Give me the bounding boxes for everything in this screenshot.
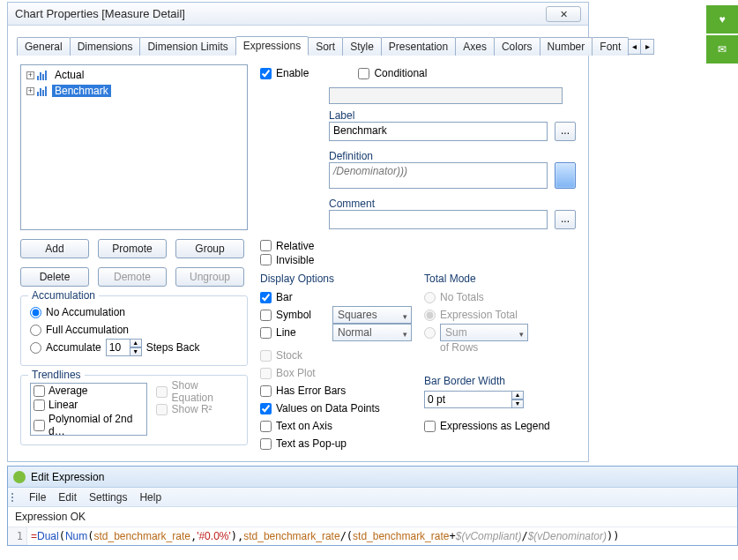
checkbox-input[interactable] — [260, 292, 272, 303]
spin-up-icon[interactable]: ▲ — [130, 339, 142, 347]
expression-tree[interactable]: + Actual + Benchmark — [20, 64, 248, 230]
radio-input[interactable] — [30, 307, 41, 318]
checkbox-input[interactable] — [260, 254, 272, 265]
show-equation-checkbox[interactable]: Show Equation — [156, 383, 238, 400]
checkbox-input[interactable] — [34, 385, 45, 397]
values-on-points-checkbox[interactable]: Values on Data Points — [260, 399, 412, 417]
code-line[interactable]: =Dual(Num(std_benchmark_rate,'#0.0%'),st… — [27, 527, 622, 545]
stock-checkbox[interactable]: Stock — [260, 347, 412, 364]
tab-sort[interactable]: Sort — [308, 37, 343, 56]
symbol-checkbox[interactable] — [260, 310, 272, 321]
checkbox-input[interactable] — [260, 385, 272, 397]
close-button[interactable]: ✕ — [546, 6, 581, 22]
grip-icon[interactable] — [11, 493, 13, 502]
radio-sum[interactable] — [424, 327, 436, 339]
tab-colors[interactable]: Colors — [494, 37, 540, 56]
spin-down-icon[interactable]: ▼ — [511, 399, 524, 408]
menu-edit[interactable]: Edit — [58, 491, 77, 504]
checkbox-input[interactable] — [260, 350, 272, 362]
expressions-as-legend-checkbox[interactable]: Expressions as Legend — [424, 417, 576, 435]
conditional-checkbox[interactable]: Conditional — [358, 64, 427, 82]
radio-input[interactable] — [424, 292, 436, 303]
definition-edit-button[interactable] — [555, 162, 576, 189]
list-item[interactable]: Linear — [31, 398, 146, 412]
menu-settings[interactable]: Settings — [89, 491, 127, 504]
conditional-field[interactable] — [329, 87, 563, 104]
checkbox-input[interactable] — [424, 421, 436, 432]
bar-border-spinner[interactable]: ▲▼ — [424, 391, 524, 408]
menu-help[interactable]: Help — [139, 491, 161, 504]
checkbox-input[interactable] — [260, 421, 272, 432]
trendlines-list[interactable]: Average Linear Polynomial of 2nd d… — [30, 383, 147, 436]
enable-checkbox[interactable]: Enable — [260, 64, 309, 82]
label-browse-button[interactable]: ... — [555, 122, 576, 141]
comment-browse-button[interactable]: ... — [555, 210, 576, 229]
label-field[interactable]: Benchmark — [329, 122, 548, 141]
invisible-checkbox[interactable]: Invisible — [260, 253, 576, 267]
bar-checkbox[interactable]: Bar — [260, 288, 412, 306]
checkbox-input[interactable] — [260, 438, 272, 450]
steps-back-input[interactable] — [106, 339, 130, 356]
menu-file[interactable]: File — [29, 491, 46, 504]
expand-icon[interactable]: + — [26, 71, 34, 79]
radio-input[interactable] — [30, 325, 41, 336]
list-item[interactable]: Polynomial of 2nd d… — [31, 412, 146, 436]
line-checkbox[interactable] — [260, 327, 272, 339]
checkbox-input[interactable] — [260, 68, 272, 79]
group-button[interactable]: Group — [175, 239, 244, 258]
list-item[interactable]: Average — [31, 384, 146, 398]
ungroup-button[interactable]: Ungroup — [175, 267, 244, 287]
steps-back-spinner[interactable]: ▲▼ — [106, 339, 142, 356]
radio-accumulate[interactable] — [30, 342, 41, 354]
checkbox-input[interactable] — [260, 240, 272, 251]
mail-button[interactable]: ✉ — [706, 35, 738, 65]
tab-presentation[interactable]: Presentation — [381, 37, 456, 56]
spin-down-icon[interactable]: ▼ — [130, 347, 142, 356]
tab-scroll-right[interactable]: ▸ — [640, 39, 654, 55]
checkbox-input[interactable] — [156, 404, 168, 415]
tree-item-benchmark[interactable]: + Benchmark — [23, 83, 245, 99]
checkbox-input[interactable] — [260, 368, 272, 379]
error-bars-checkbox[interactable]: Has Error Bars — [260, 382, 412, 399]
tab-dimension-limits[interactable]: Dimension Limits — [139, 37, 235, 56]
favorite-button[interactable]: ♥ — [706, 5, 738, 35]
checkbox-input[interactable] — [156, 386, 168, 398]
tab-number[interactable]: Number — [540, 37, 593, 56]
checkbox-input[interactable] — [34, 399, 45, 411]
expression-editor[interactable]: 1 =Dual(Num(std_benchmark_rate,'#0.0%'),… — [8, 527, 737, 545]
spin-up-icon[interactable]: ▲ — [511, 391, 524, 399]
tab-scroll-left[interactable]: ◂ — [627, 39, 641, 55]
line-combo[interactable]: Normal — [332, 324, 412, 341]
add-button[interactable]: Add — [20, 239, 89, 258]
checkbox-input[interactable] — [358, 68, 369, 79]
relative-checkbox[interactable]: Relative — [260, 239, 576, 253]
comment-field[interactable] — [329, 210, 548, 229]
text-as-popup-checkbox[interactable]: Text as Pop-up — [260, 435, 412, 452]
demote-button[interactable]: Demote — [98, 267, 167, 287]
total-function-combo[interactable]: Sum — [440, 324, 528, 341]
bar-border-input[interactable] — [424, 391, 512, 408]
expand-icon[interactable]: + — [26, 87, 34, 95]
dialog-titlebar[interactable]: Chart Properties [Measure Detail] ✕ — [8, 3, 588, 26]
definition-field[interactable]: /Denominator))) — [329, 162, 548, 189]
radio-no-totals[interactable]: No Totals — [424, 288, 576, 306]
tab-style[interactable]: Style — [342, 37, 382, 56]
tab-general[interactable]: General — [17, 37, 71, 56]
radio-no-accumulation[interactable]: No Accumulation — [30, 303, 238, 321]
checkbox-input[interactable] — [34, 420, 45, 431]
symbol-combo[interactable]: Squares Filled — [332, 306, 412, 324]
promote-button[interactable]: Promote — [98, 239, 167, 258]
edit-expression-titlebar[interactable]: Edit Expression — [8, 467, 737, 488]
radio-input[interactable] — [424, 310, 436, 321]
radio-expression-total[interactable]: Expression Total — [424, 306, 576, 324]
tab-axes[interactable]: Axes — [455, 37, 495, 56]
text-on-axis-checkbox[interactable]: Text on Axis — [260, 417, 412, 435]
tab-expressions[interactable]: Expressions — [235, 36, 309, 56]
tab-font[interactable]: Font — [592, 37, 629, 56]
radio-full-accumulation[interactable]: Full Accumulation — [30, 321, 238, 339]
tree-item-actual[interactable]: + Actual — [23, 67, 245, 83]
boxplot-checkbox[interactable]: Box Plot — [260, 364, 412, 382]
checkbox-input[interactable] — [260, 403, 272, 414]
delete-button[interactable]: Delete — [20, 267, 89, 287]
tab-dimensions[interactable]: Dimensions — [70, 37, 141, 56]
